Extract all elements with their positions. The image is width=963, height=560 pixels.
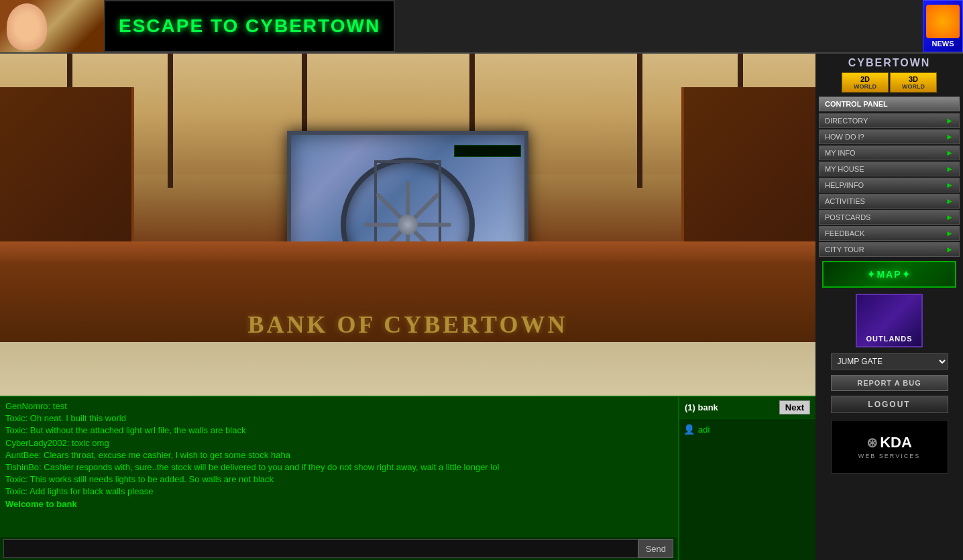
- chat-message: GenNomro: test: [5, 400, 671, 412]
- nav-button-activities[interactable]: ACTIVITIES►: [819, 194, 960, 209]
- 2d-label: 2D: [848, 75, 883, 83]
- nav-arrow-icon: ►: [946, 180, 954, 190]
- nav-label: FEEDBACK: [825, 229, 864, 237]
- 3d-label: 3D: [896, 75, 931, 83]
- map-text: ✦MAP✦: [867, 269, 911, 280]
- control-panel-label: CONTROL PANEL: [825, 100, 888, 108]
- nav-button-myhouse[interactable]: MY HOUSE►: [819, 162, 960, 176]
- 2d-world-button[interactable]: 2D WORLD: [842, 72, 889, 93]
- outlands-label: OUTLANDS: [866, 335, 912, 343]
- chat-message: TishinBo: Cashier responds with, sure..t…: [5, 461, 671, 473]
- user-name: adi: [698, 425, 710, 435]
- chat-message: Welcome to bank: [5, 498, 671, 510]
- nav-arrow-icon: ►: [946, 132, 954, 142]
- nav-button-myinfo[interactable]: MY INFO►: [819, 146, 960, 160]
- chat-message: AuntBee: Clears throat, excuse me cashie…: [5, 449, 671, 461]
- nav-button-postcards[interactable]: POSTCARDS►: [819, 210, 960, 225]
- header: ESCAPE TO CYBERTOWN NEWS: [0, 0, 963, 54]
- nav-button-feedback[interactable]: FEEDBACK►: [819, 226, 960, 241]
- ceiling-beam: [168, 54, 173, 188]
- 3d-world-button[interactable]: 3D WORLD: [890, 72, 937, 93]
- logout-button[interactable]: LOGOUT: [831, 396, 948, 413]
- chat-area: GenNomro: testToxic: Oh neat. I built th…: [0, 396, 815, 560]
- room-name: (1) bank: [685, 402, 718, 412]
- nav-label: HELP/INFO: [825, 181, 864, 189]
- cybertown-logo: CYBERTOWN: [819, 57, 960, 69]
- chat-message: Toxic: Add lights for black walls please: [5, 486, 671, 498]
- nav-label: ACTIVITIES: [825, 197, 865, 205]
- center: BANK OF CYBERTOWN GenNomro: testToxic: O…: [0, 54, 815, 560]
- world-view: BANK OF CYBERTOWN: [0, 54, 815, 396]
- nav-label: CITY TOUR: [825, 245, 864, 254]
- outlands-panel[interactable]: OUTLANDS: [856, 294, 923, 347]
- bank-counter-top: [0, 241, 815, 262]
- news-icon: [926, 5, 960, 38]
- nav-arrow-icon: ►: [946, 148, 954, 158]
- chat-message: CyberLady2002: toxic omg: [5, 437, 671, 449]
- kda-text: KDA: [880, 434, 912, 451]
- user-list-panel: (1) bank Next 👤adi: [678, 397, 815, 560]
- user-item: 👤adi: [683, 423, 811, 436]
- nav-button-directory[interactable]: DIRECTORY►: [819, 113, 960, 128]
- nav-label: MY INFO: [825, 149, 856, 157]
- chat-input[interactable]: [3, 539, 638, 558]
- chat-message: Toxic: Oh neat. I built this world: [5, 412, 671, 425]
- bank-floor: [0, 342, 815, 396]
- ceiling-beam: [637, 54, 642, 188]
- chat-message: Toxic: But without the attached light wr…: [5, 425, 671, 437]
- nav-button-helpinfo[interactable]: HELP/INFO►: [819, 178, 960, 192]
- send-button[interactable]: Send: [638, 539, 673, 558]
- nav-arrow-icon: ►: [946, 116, 954, 125]
- 2d-sub-label: WORLD: [848, 83, 883, 90]
- nav-label: MY HOUSE: [825, 165, 864, 173]
- nav-label: DIRECTORY: [825, 117, 868, 125]
- title-banner: ESCAPE TO CYBERTOWN: [104, 0, 395, 52]
- news-button[interactable]: NEWS: [923, 0, 963, 52]
- kda-symbol: ⊛ KDA: [866, 434, 912, 451]
- user-list: 👤adi: [679, 418, 815, 560]
- vault-center: [398, 215, 418, 235]
- title-text: ESCAPE TO CYBERTOWN: [119, 15, 380, 37]
- kda-logo: ⊛ KDA WEB SERVICES: [831, 420, 948, 473]
- nav-buttons: DIRECTORY►HOW DO I?►MY INFO►MY HOUSE►HEL…: [819, 113, 960, 257]
- control-panel-button[interactable]: CONTROL PANEL: [819, 97, 960, 111]
- chat-message: Toxic: This works still needs lights to …: [5, 473, 671, 486]
- world-buttons: 2D WORLD 3D WORLD: [842, 72, 937, 93]
- 3d-sub-label: WORLD: [896, 83, 931, 90]
- nav-label: HOW DO I?: [825, 133, 864, 141]
- main: BANK OF CYBERTOWN GenNomro: testToxic: O…: [0, 54, 963, 560]
- next-button[interactable]: Next: [779, 400, 810, 414]
- nav-arrow-icon: ►: [946, 164, 954, 174]
- map-button[interactable]: ✦MAP✦: [822, 261, 956, 288]
- nav-button-howdoi[interactable]: HOW DO I?►: [819, 129, 960, 144]
- report-bug-button[interactable]: REPORT A BUG: [831, 375, 948, 391]
- news-label: NEWS: [932, 40, 954, 48]
- user-icon: 👤: [683, 424, 695, 435]
- nav-arrow-icon: ►: [946, 213, 954, 222]
- nav-label: POSTCARDS: [825, 213, 870, 221]
- jump-gate-select[interactable]: JUMP GATE: [831, 353, 948, 370]
- bank-name-text: BANK OF CYBERTOWN: [248, 311, 568, 339]
- vault-display: [454, 145, 521, 157]
- nav-arrow-icon: ►: [946, 197, 954, 206]
- nav-arrow-icon: ►: [946, 245, 954, 254]
- kda-sub-label: WEB SERVICES: [858, 453, 920, 459]
- sidebar: CYBERTOWN 2D WORLD 3D WORLD CONTROL PANE…: [815, 54, 963, 560]
- user-list-header: (1) bank Next: [679, 397, 815, 418]
- header-left: ESCAPE TO CYBERTOWN: [0, 0, 395, 52]
- nav-button-citytour[interactable]: CITY TOUR►: [819, 242, 960, 257]
- cybertown-title: CYBERTOWN: [848, 57, 931, 68]
- logo-avatar: [0, 0, 104, 52]
- kda-spiral-icon: ⊛: [866, 435, 878, 451]
- nav-arrow-icon: ►: [946, 229, 954, 238]
